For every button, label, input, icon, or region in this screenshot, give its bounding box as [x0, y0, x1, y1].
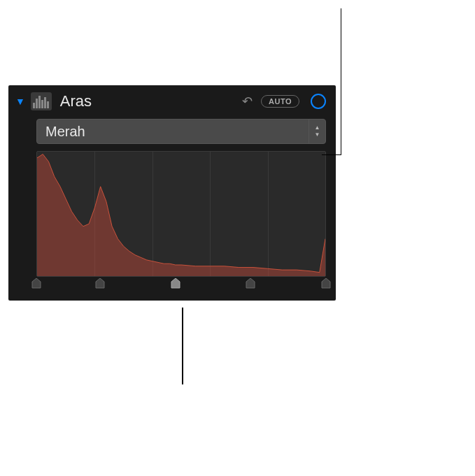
- slider-handle[interactable]: [95, 278, 105, 289]
- slider-track: [36, 278, 326, 291]
- panel-title: Aras: [60, 92, 236, 110]
- slider-handle[interactable]: [321, 278, 331, 289]
- callout-leader-bottom: [182, 308, 183, 384]
- levels-icon[interactable]: [31, 92, 52, 110]
- slider-handle[interactable]: [246, 278, 255, 289]
- levels-panel: ▼ Aras ↶ AUTO Merah ▲ ▼: [8, 85, 336, 301]
- dropdown-selected-label: Merah: [37, 124, 309, 140]
- slider-handle[interactable]: [171, 278, 180, 289]
- slider-handle[interactable]: [31, 278, 41, 289]
- channel-dropdown[interactable]: Merah ▲ ▼: [36, 119, 326, 144]
- undo-icon[interactable]: ↶: [242, 94, 253, 109]
- histogram: [36, 151, 326, 277]
- panel-header: ▼ Aras ↶ AUTO: [8, 85, 336, 116]
- disclosure-triangle-icon[interactable]: ▼: [15, 96, 25, 106]
- histogram-curve: [37, 152, 325, 276]
- auto-button[interactable]: AUTO: [261, 95, 299, 108]
- callout-leader-top: [322, 8, 341, 155]
